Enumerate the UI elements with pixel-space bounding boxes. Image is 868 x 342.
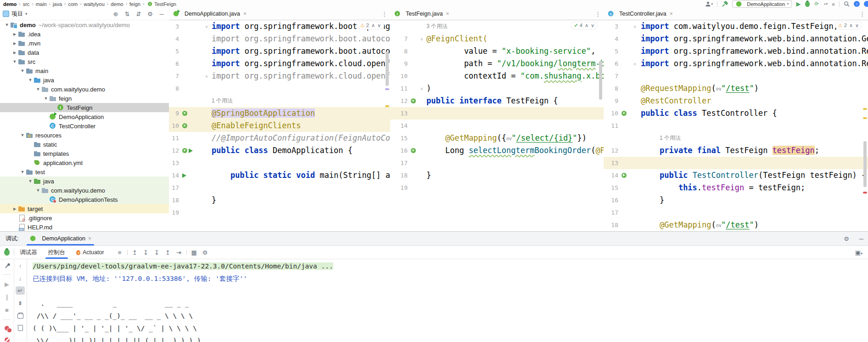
- run-configuration-select[interactable]: DemoApplication ▾: [732, 0, 792, 8]
- breadcrumb-item[interactable]: ITestFeign: [145, 0, 178, 8]
- options-menu-icon[interactable]: ≡: [114, 249, 125, 256]
- run-button[interactable]: ▶: [796, 0, 801, 7]
- print-icon[interactable]: [16, 311, 25, 319]
- stop-icon[interactable]: ■: [2, 307, 11, 314]
- expanded-arrow-icon[interactable]: ▼: [27, 78, 34, 82]
- run-gutter-icon[interactable]: [182, 173, 186, 178]
- debug-tab-调试器[interactable]: 调试器: [14, 246, 43, 259]
- tree-item-application-yml[interactable]: application.yml: [0, 158, 169, 167]
- tab-testcontroller[interactable]: TestController.java: [619, 11, 666, 17]
- breadcrumb-item[interactable]: java: [51, 1, 63, 7]
- more-options-icon[interactable]: ⋮: [859, 11, 865, 17]
- tree-item-resources[interactable]: ▼resources: [0, 131, 169, 140]
- collapse-all-icon[interactable]: ⇵: [134, 11, 143, 17]
- close-icon[interactable]: ×: [88, 235, 91, 242]
- tree-item-com-waitylyou-demo[interactable]: ▼com.waitylyou.demo: [0, 85, 169, 94]
- soft-wrap-icon[interactable]: ↵: [16, 286, 25, 295]
- console-output[interactable]: /Users/ping/devel-tools/graalvm-ee-java1…: [27, 259, 868, 342]
- collapsed-arrow-icon[interactable]: ▶: [11, 32, 18, 36]
- expanded-arrow-icon[interactable]: ▼: [27, 179, 34, 183]
- down-stack-icon[interactable]: ↓: [16, 274, 25, 282]
- usages-inlay-hint[interactable]: 1 个用法: [639, 134, 681, 142]
- tree-item-testcontroller[interactable]: CTestController: [0, 121, 169, 131]
- tree-item-help-md[interactable]: MDHELP.md: [0, 222, 169, 231]
- notifications-icon[interactable]: [864, 1, 868, 7]
- inspections-widget[interactable]: ✓ 4 ∧∨: [571, 22, 597, 29]
- clear-console-icon[interactable]: [16, 324, 25, 332]
- gear-icon[interactable]: ⚙: [844, 235, 849, 242]
- profiler-icon[interactable]: ◔▾: [823, 0, 828, 7]
- select-in-editor-icon[interactable]: ⇥: [174, 249, 185, 256]
- tree-item--gitignore[interactable]: ⊘.gitignore: [0, 213, 169, 222]
- tree-item--idea[interactable]: ▶.idea: [0, 29, 169, 39]
- more-options-icon[interactable]: ⋮: [381, 11, 387, 17]
- gear-icon[interactable]: ⚙: [146, 11, 155, 17]
- fold-marker-icon[interactable]: ∨: [419, 37, 425, 41]
- user-icon[interactable]: ▾: [705, 0, 713, 7]
- tree-item-templates[interactable]: templates: [0, 149, 169, 158]
- breadcrumb-item[interactable]: main: [34, 1, 48, 7]
- tree-item-testfeign[interactable]: ITestFeign: [0, 103, 169, 112]
- expand-all-icon[interactable]: ⇅: [123, 11, 132, 17]
- tree-item-demoapplicationtests[interactable]: CDemoApplicationTests: [0, 195, 169, 204]
- tree-item-test[interactable]: ▼test: [0, 167, 169, 177]
- tree-item-com-waitylyou-demo[interactable]: ▼com.waitylyou.demo: [0, 186, 169, 195]
- layout-settings-icon[interactable]: ⚙: [200, 249, 211, 256]
- collapsed-arrow-icon[interactable]: ▶: [11, 207, 18, 211]
- usages-inlay-hint[interactable]: 3 个用法: [425, 23, 448, 30]
- next-problem-icon[interactable]: ∨: [591, 23, 594, 28]
- fold-marker-icon[interactable]: ∧: [203, 74, 210, 79]
- spring-bean-icon[interactable]: [411, 98, 416, 103]
- rerun-icon[interactable]: ⟳: [814, 0, 818, 7]
- fold-marker-icon[interactable]: ∨: [631, 24, 639, 29]
- fold-marker-icon[interactable]: ∧: [419, 86, 425, 91]
- scrollbar-thumb[interactable]: [863, 141, 867, 187]
- expanded-arrow-icon[interactable]: ▼: [11, 59, 18, 64]
- spring-bean-icon[interactable]: [622, 111, 627, 116]
- code-editor[interactable]: 3∨import org.springframework.boot.Spring…: [169, 20, 390, 231]
- search-icon[interactable]: [844, 0, 850, 7]
- spring-bean-icon[interactable]: [411, 148, 416, 153]
- prev-problem-icon[interactable]: ∧: [585, 23, 588, 28]
- hide-panel-icon[interactable]: ─: [157, 11, 166, 17]
- scroll-to-end-icon[interactable]: ↧: [151, 249, 162, 256]
- expanded-arrow-icon[interactable]: ▼: [4, 23, 10, 27]
- expanded-arrow-icon[interactable]: ▼: [43, 96, 49, 101]
- tree-item-data[interactable]: ▶data: [0, 48, 169, 57]
- scrollbar-thumb[interactable]: [386, 51, 389, 86]
- breadcrumb-item[interactable]: feign: [128, 1, 142, 7]
- expanded-arrow-icon[interactable]: ▼: [19, 133, 26, 137]
- inspections-widget[interactable]: ⚠ 2 ∧∨: [358, 22, 384, 29]
- hide-panel-icon[interactable]: ─: [859, 235, 863, 242]
- breadcrumb-item[interactable]: demo: [109, 1, 125, 7]
- usages-inlay-hint[interactable]: 1 个用法: [210, 97, 233, 105]
- close-icon[interactable]: ×: [446, 11, 449, 17]
- expanded-arrow-icon[interactable]: ▼: [35, 188, 41, 193]
- pause-icon[interactable]: ∥: [2, 294, 11, 301]
- expanded-arrow-icon[interactable]: ▼: [19, 170, 26, 174]
- autowired-gutter-icon[interactable]: [622, 173, 627, 178]
- build-hammer-icon[interactable]: [722, 0, 728, 7]
- tab-demoapplication[interactable]: DemoApplication.java: [185, 11, 240, 17]
- next-problem-icon[interactable]: ∨: [855, 23, 859, 28]
- fold-marker-icon[interactable]: ∧: [631, 62, 639, 66]
- prev-problem-icon[interactable]: ∧: [849, 23, 853, 28]
- view-breakpoints-icon[interactable]: [2, 325, 11, 331]
- spring-bean-icon[interactable]: [182, 111, 187, 116]
- tab-testfeign[interactable]: TestFeign.java: [406, 11, 443, 17]
- mute-breakpoints-icon[interactable]: [2, 337, 11, 342]
- clear-all-icon[interactable]: ↥: [129, 249, 140, 256]
- expanded-arrow-icon[interactable]: ▼: [35, 87, 41, 91]
- close-icon[interactable]: ×: [243, 11, 246, 17]
- tree-item-java[interactable]: ▼java: [0, 75, 169, 85]
- close-icon[interactable]: ×: [670, 11, 673, 17]
- tree-item-target[interactable]: ▶target: [0, 204, 169, 213]
- layout-settings-icon[interactable]: ▣▾: [855, 249, 862, 256]
- collapsed-arrow-icon[interactable]: ▶: [11, 41, 18, 46]
- tree-item-static[interactable]: static: [0, 140, 169, 149]
- debug-tab-控制台[interactable]: 控制台: [43, 246, 71, 259]
- tree-item-src[interactable]: ▼src: [0, 57, 169, 66]
- debug-session-tab[interactable]: DemoApplication ×: [25, 232, 96, 245]
- run-gutter-icon[interactable]: [189, 148, 193, 153]
- scroll-to-end-icon[interactable]: ⇟: [16, 299, 25, 307]
